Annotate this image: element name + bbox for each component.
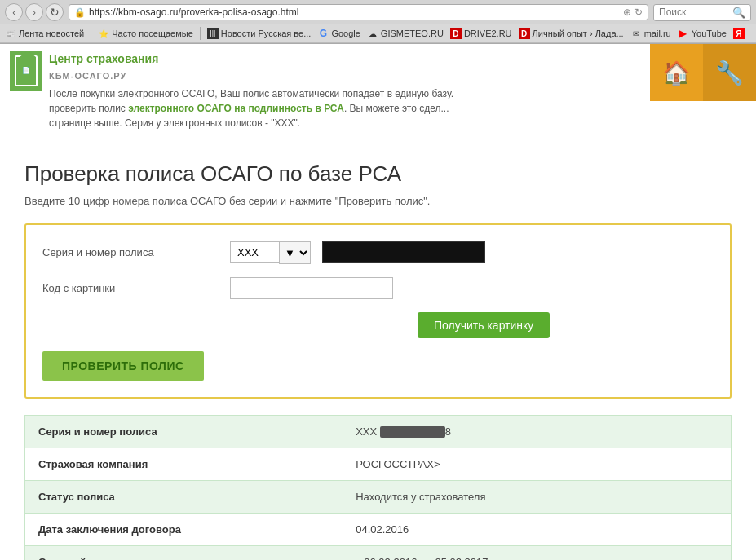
bookmark-mail[interactable]: ✉ mail.ru [630, 28, 671, 39]
search-icon: 🔍 [732, 7, 745, 19]
results-table: Серия и номер полиса XXX 8 Страховая ком… [24, 415, 732, 561]
table-cell-label: Срок действия полиса [25, 546, 343, 560]
drive-icon: D [519, 28, 530, 39]
captcha-input[interactable] [230, 277, 393, 299]
table-row: Статус полиса Находится у страхователя [25, 481, 732, 514]
bookmark-label: Новости Русская ве... [221, 29, 312, 38]
bookmark-yandex[interactable]: Я [733, 28, 745, 39]
table-cell-value: с 06.02.2016 до 05.02.2017 [343, 546, 731, 560]
address-bar[interactable]: 🔒 https://kbm-osago.ru/proverka-polisa-o… [69, 4, 648, 20]
table-cell-value: Находится у страхователя [343, 481, 731, 514]
table-row: Страховая компания РОСГОССТРАХ> [25, 448, 732, 481]
series-input[interactable] [230, 241, 279, 263]
search-input[interactable] [659, 7, 732, 18]
bookmark-label: Лента новостей [19, 29, 84, 38]
table-cell-value: РОСГОССТРАХ> [343, 448, 731, 481]
google-icon: G [317, 28, 329, 39]
star-icon: ⭐ [98, 28, 109, 39]
site-header-content: 📄 Центр страхования КБМ-ОСАГО.РУ После п… [0, 44, 650, 137]
back-button[interactable]: ‹ [5, 3, 23, 21]
table-row: Серия и номер полиса XXX 8 [25, 415, 732, 448]
bar-chart-icon: ||| [207, 28, 219, 39]
get-captcha-button[interactable]: Получить картинку [418, 312, 550, 338]
mail-icon: ✉ [630, 28, 642, 39]
nav-buttons: ‹ › ↻ [5, 3, 64, 21]
page-icon: ⊕ [623, 7, 631, 18]
lock-icon: 🔒 [74, 7, 86, 18]
bookmark-drive2[interactable]: D DRIVE2.RU [450, 28, 512, 39]
news-icon: 📰 [5, 28, 16, 39]
tool-icon: 🔧 [715, 60, 744, 86]
bookmark-news-feed[interactable]: 📰 Лента новостей [5, 28, 84, 39]
bookmark-frequent[interactable]: ⭐ Часто посещаемые [98, 28, 193, 39]
series-label: Серия и номер полиса [42, 246, 222, 258]
bookmark-label: GISMETEO.RU [381, 29, 444, 38]
table-cell-label: Дата заключения договора [25, 514, 343, 546]
browser-chrome: ‹ › ↻ 🔒 https://kbm-osago.ru/proverka-po… [0, 0, 756, 44]
series-dropdown[interactable]: ▼ [279, 241, 311, 264]
bold-text: электронного ОСАГО на подлинность в РСА [128, 103, 344, 114]
bookmark-news-ru[interactable]: ||| Новости Русская ве... [207, 28, 312, 39]
bookmark-google[interactable]: G Google [317, 28, 360, 39]
captcha-label: Код с картинки [42, 282, 222, 294]
yandex-icon: Я [733, 28, 745, 39]
table-cell-label: Страховая компания [25, 448, 343, 481]
captcha-row: Код с картинки [42, 277, 714, 299]
check-policy-button[interactable]: ПРОВЕРИТЬ ПОЛИС [42, 351, 204, 381]
header-text: Центр страхования КБМ-ОСАГО.РУ После пок… [49, 51, 453, 130]
bookmark-label: YouTube [692, 29, 727, 38]
page-subtitle: Введите 10 цифр номера полиса ОСАГО без … [24, 195, 732, 207]
bookmark-label: Google [331, 29, 360, 38]
divider [200, 27, 201, 40]
table-row: Дата заключения договора 04.02.2016 [25, 514, 732, 546]
header-description: После покупки электронного ОСАГО, Ваш по… [49, 86, 453, 130]
table-cell-value: 04.02.2016 [343, 514, 731, 546]
refresh-button[interactable]: ↻ [46, 3, 64, 21]
bookmark-label: mail.ru [644, 29, 671, 38]
table-cell-label: Статус полиса [25, 481, 343, 514]
table-row: Срок действия полиса с 06.02.2016 до 05.… [25, 546, 732, 560]
redacted-value [380, 426, 445, 438]
home-icon: 🏠 [662, 60, 691, 86]
main-content: Проверка полиса ОСАГО по базе РСА Введит… [0, 137, 756, 561]
series-group: ▼ [230, 241, 311, 264]
bookmarks-bar: 📰 Лента новостей ⭐ Часто посещаемые ||| … [0, 24, 756, 43]
bookmark-label: DRIVE2.RU [464, 29, 512, 38]
youtube-icon: ▶ [678, 28, 689, 39]
logo-sub: КБМ-ОСАГО.РУ [49, 69, 453, 83]
tool-button[interactable]: 🔧 [703, 44, 756, 101]
bookmark-lada[interactable]: D Личный опыт › Лада... [519, 28, 624, 39]
drive2-icon: D [450, 28, 462, 39]
forward-button[interactable]: › [25, 3, 43, 21]
url-text: https://kbm-osago.ru/proverka-polisa-osa… [89, 7, 620, 18]
form-box: Серия и номер полиса ▼ Код с картинки По… [24, 223, 732, 399]
home-button[interactable]: 🏠 [650, 44, 703, 101]
bookmark-label: Часто посещаемые [112, 29, 193, 38]
refresh-icon: ↻ [634, 7, 643, 18]
bookmark-gismeteo[interactable]: ☁ GISMETEO.RU [367, 28, 444, 39]
browser-titlebar: ‹ › ↻ 🔒 https://kbm-osago.ru/proverka-po… [0, 0, 756, 24]
check-button-row: ПРОВЕРИТЬ ПОЛИС [42, 351, 714, 381]
weather-icon: ☁ [367, 28, 378, 39]
header-icons: 🏠 🔧 [650, 44, 756, 137]
get-captcha-row: Получить картинку [230, 312, 714, 338]
divider [91, 27, 91, 40]
table-cell-label: Серия и номер полиса [25, 415, 343, 448]
table-cell-value: XXX 8 [343, 415, 731, 448]
page-title: Проверка полиса ОСАГО по базе РСА [24, 161, 732, 187]
bookmark-youtube[interactable]: ▶ YouTube [678, 28, 727, 39]
series-row: Серия и номер полиса ▼ [42, 241, 714, 264]
bookmark-label: Личный опыт › Лада... [533, 29, 624, 38]
search-box[interactable]: 🔍 [653, 4, 751, 21]
policy-number-input[interactable] [322, 241, 485, 263]
logo-text: Центр страхования [49, 52, 158, 65]
site-header-zone: 📄 Центр страхования КБМ-ОСАГО.РУ После п… [0, 44, 756, 137]
